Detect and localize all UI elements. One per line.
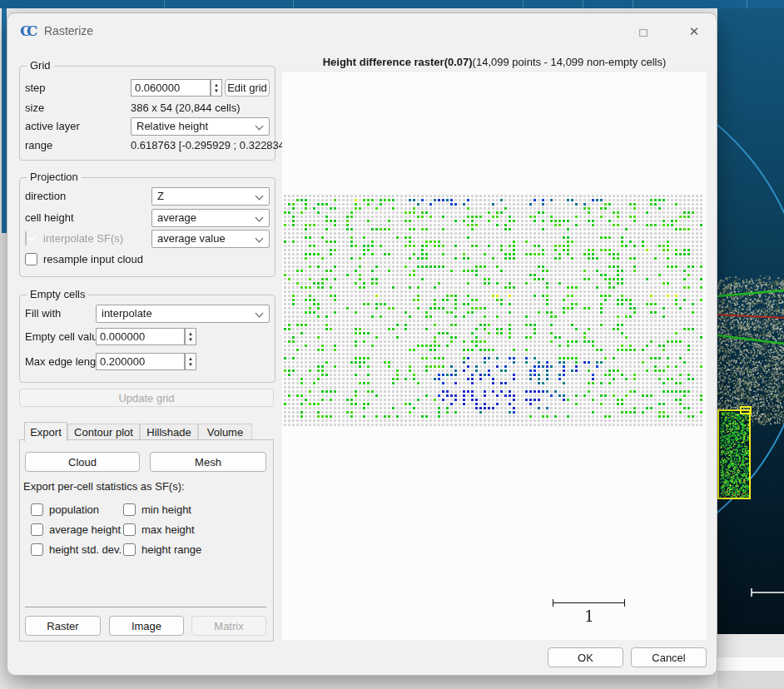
update-grid-button: Update grid: [19, 389, 274, 407]
fill-with-select[interactable]: interpolate: [96, 305, 270, 323]
tab-export[interactable]: Export: [24, 422, 67, 441]
spin-down-icon[interactable]: ▼: [214, 88, 219, 94]
export-tab-panel: Cloud Mesh Export per-cell statistics as…: [19, 439, 274, 642]
spin-up-icon[interactable]: ▲: [188, 331, 193, 337]
max-height-checkbox[interactable]: [123, 523, 136, 536]
population-label: population: [49, 503, 99, 516]
step-input[interactable]: 0.060000: [131, 79, 211, 97]
empty-cell-value-spinner[interactable]: ▲ ▼: [185, 328, 196, 345]
max-height-label: max height: [141, 523, 195, 536]
projection-group-label: Projection: [27, 171, 82, 183]
direction-label: direction: [25, 190, 66, 202]
max-edge-length-spinner[interactable]: ▲ ▼: [185, 353, 196, 370]
spin-down-icon[interactable]: ▼: [188, 337, 193, 343]
toolbar-separator: [633, 0, 633, 8]
svg-text:C: C: [27, 23, 38, 39]
projection-groupbox: Projection direction Z cell height avera…: [19, 177, 275, 277]
plot-title: Height difference raster(0.07) (14,099 p…: [282, 55, 707, 69]
toolbar-separator: [523, 0, 523, 8]
export-tabbar: Export Contour plot Hillshade Volume: [19, 422, 274, 441]
maximize-button[interactable]: □: [628, 19, 658, 44]
close-button[interactable]: ✕: [679, 19, 709, 44]
spin-down-icon[interactable]: ▼: [188, 362, 193, 368]
resample-checkbox[interactable]: [25, 253, 37, 265]
stats-label: Export per-cell statistics as SF(s):: [23, 480, 185, 493]
empty-cells-groupbox: Empty cells Fill with interpolate Empty …: [19, 295, 275, 383]
export-matrix-button: Matrix: [191, 616, 266, 636]
interpolate-sf-checkbox: [25, 231, 27, 245]
plot-scale-label: 1: [569, 607, 609, 625]
chevron-down-icon: [256, 214, 264, 222]
direction-select[interactable]: Z: [151, 187, 270, 206]
screen: { "window": {"title": "Rasterize", "maxi…: [0, 0, 784, 689]
raster-preview-canvas[interactable]: [283, 194, 706, 427]
step-spinner[interactable]: ▲ ▼: [211, 79, 222, 97]
height-range-label: height range: [141, 543, 201, 556]
toolbar-separator: [747, 0, 747, 8]
app-icon: C C: [20, 23, 40, 42]
min-height-label: min height: [141, 503, 191, 516]
average-height-label: average height: [49, 523, 121, 536]
min-height-checkbox[interactable]: [123, 503, 136, 516]
tab-contour-plot[interactable]: Contour plot: [67, 424, 140, 440]
app-toolbar-strip: [0, 0, 784, 8]
tab-hillshade[interactable]: Hillshade: [140, 424, 198, 440]
resample-label: resample input cloud: [43, 253, 143, 265]
empty-cells-group-label: Empty cells: [27, 288, 88, 300]
background-3d-viewport[interactable]: [717, 8, 784, 689]
interpolate-sf-select[interactable]: average value: [151, 230, 270, 248]
edit-grid-button[interactable]: Edit grid: [225, 79, 270, 97]
max-edge-length-label: Max edge length: [25, 355, 105, 368]
export-image-button[interactable]: Image: [109, 616, 184, 636]
height-std-dev-label: height std. dev.: [49, 543, 122, 556]
spin-up-icon[interactable]: ▲: [188, 356, 193, 362]
spin-up-icon[interactable]: ▲: [214, 82, 219, 88]
chevron-down-icon: [256, 235, 264, 243]
grid-groupbox: Grid step 0.060000 ▲ ▼ Edit grid size 38…: [19, 66, 275, 161]
empty-cell-value-input[interactable]: 0.000000: [96, 328, 185, 345]
interpolate-sf-label: interpolate SF(s): [43, 232, 123, 245]
size-value: 386 x 54 (20,844 cells): [131, 102, 241, 114]
cell-height-select[interactable]: average: [151, 209, 270, 227]
export-cloud-button[interactable]: Cloud: [25, 452, 140, 472]
population-checkbox[interactable]: [31, 503, 43, 516]
step-label: step: [25, 82, 46, 94]
toolbar-separator: [583, 0, 583, 8]
plot-scale-tick-left: [553, 599, 553, 607]
max-edge-length-input[interactable]: 0.200000: [96, 353, 185, 370]
ok-button[interactable]: OK: [548, 647, 623, 667]
plot-scale-tick-right: [624, 599, 625, 607]
height-range-checkbox[interactable]: [123, 543, 136, 556]
background-panel: [717, 634, 784, 657]
plot-scale-bar: [553, 602, 625, 603]
chevron-down-icon: [256, 122, 264, 131]
size-label: size: [25, 102, 44, 114]
active-layer-label: active layer: [25, 120, 80, 132]
export-mesh-button[interactable]: Mesh: [150, 452, 266, 472]
window-title: Rasterize: [44, 24, 93, 37]
cell-height-label: cell height: [25, 211, 74, 224]
empty-cell-value-label: Empty cell value: [25, 330, 104, 343]
export-raster-button[interactable]: Raster: [25, 616, 101, 636]
panel-separator: [25, 607, 266, 607]
chevron-down-icon: [256, 310, 264, 318]
active-layer-select[interactable]: Relative height: [131, 117, 270, 136]
average-height-checkbox[interactable]: [31, 523, 43, 536]
background-panel: [717, 671, 784, 689]
window-titlebar[interactable]: C C Rasterize □ ✕: [7, 13, 717, 51]
range-label: range: [25, 139, 52, 151]
fill-with-label: Fill with: [25, 307, 61, 320]
background-panel: [717, 657, 784, 671]
grid-group-label: Grid: [27, 59, 54, 72]
range-value: 0.618763 [-0.295929 ; 0.322834]: [131, 139, 288, 151]
height-std-dev-checkbox[interactable]: [31, 543, 43, 556]
raster-preview-area[interactable]: 1: [282, 72, 707, 640]
chevron-down-icon: [256, 192, 264, 201]
toolbar-separator: [293, 0, 294, 8]
toolbar-separator: [164, 0, 165, 8]
tab-volume[interactable]: Volume: [198, 424, 252, 440]
cancel-button[interactable]: Cancel: [631, 647, 707, 667]
rasterize-dialog: C C Rasterize □ ✕ Grid step 0.060000 ▲ ▼…: [7, 12, 717, 676]
